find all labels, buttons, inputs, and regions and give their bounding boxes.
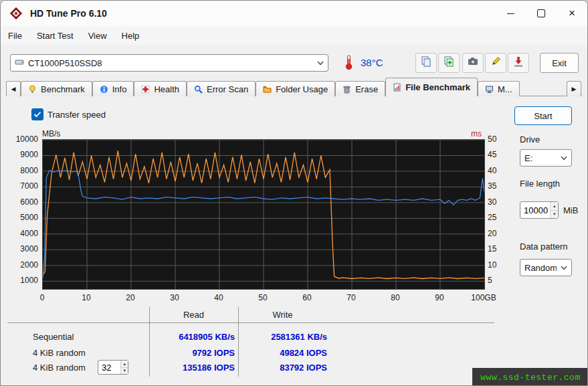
random-qd32-write-value: 83792 IOPS xyxy=(247,363,327,373)
x-axis-tick: 100GB xyxy=(468,293,500,302)
arrow-right-icon: ▶ xyxy=(572,86,577,92)
transfer-speed-checkbox[interactable] xyxy=(31,108,43,120)
tab-scroll-right-button[interactable]: ▶ xyxy=(567,81,581,96)
window-title: HD Tune Pro 6.10 xyxy=(30,8,107,19)
tab-label: Folder Usage xyxy=(276,84,328,94)
y-axis-left-tick: 4000 xyxy=(1,229,38,238)
tab-file-benchmark[interactable]: File Benchmark xyxy=(385,78,478,96)
file-length-spinner: ▲ ▼ xyxy=(550,202,558,218)
chart-plot-area xyxy=(43,140,484,289)
y-axis-left-tick: 10000 xyxy=(1,134,38,144)
search-icon xyxy=(194,85,203,94)
maximize-button[interactable] xyxy=(526,1,557,26)
tab-label: Benchmark xyxy=(41,84,85,94)
result-row-label: Sequential xyxy=(33,332,74,342)
drive-icon xyxy=(15,58,24,68)
report-button[interactable] xyxy=(438,53,460,73)
chevron-down-icon xyxy=(561,266,567,270)
queue-depth-value[interactable] xyxy=(98,361,120,374)
y-axis-left-tick: 5000 xyxy=(1,213,38,222)
target-drive-value: E: xyxy=(524,153,557,163)
read-column-header: Read xyxy=(149,310,238,320)
drive-selector-combo[interactable]: CT1000P510SSD8 xyxy=(10,54,328,72)
tab-strip: ◀ BenchmarkInfoHealthError ScanFolder Us… xyxy=(6,78,520,96)
x-axis-tick: 30 xyxy=(159,293,191,302)
random-read-value: 9792 IOPS xyxy=(155,348,235,358)
temperature-value: 38°C xyxy=(361,57,383,68)
y-axis-left-tick: 7000 xyxy=(1,181,38,191)
tab-folder-usage[interactable]: Folder Usage xyxy=(256,81,335,96)
y-right-unit-label: ms xyxy=(469,129,484,138)
tab-erase[interactable]: Erase xyxy=(335,81,385,96)
minimize-icon xyxy=(507,13,514,14)
close-icon: × xyxy=(569,7,575,20)
menu-item-view[interactable]: View xyxy=(81,28,114,43)
close-button[interactable]: × xyxy=(557,1,587,26)
y-axis-right-tick: 50 xyxy=(488,134,508,144)
file-length-unit-label: MiB xyxy=(563,205,578,215)
data-pattern-combo[interactable]: Random xyxy=(520,259,572,276)
y-axis-right-tick: 20 xyxy=(488,229,508,238)
tab-error-scan[interactable]: Error Scan xyxy=(187,81,256,96)
exit-button[interactable]: Exit xyxy=(540,53,579,73)
tab-health[interactable]: Health xyxy=(134,81,187,96)
color-button[interactable] xyxy=(485,53,506,73)
tab-benchmark[interactable]: Benchmark xyxy=(21,81,92,96)
file-length-input[interactable]: ▲ ▼ xyxy=(520,201,559,219)
y-axis-left-tick: 2000 xyxy=(1,260,38,270)
chevron-down-icon xyxy=(317,61,324,66)
health-icon xyxy=(141,85,150,94)
random-qd32-read-value: 135186 IOPS xyxy=(155,363,235,373)
spin-up-button[interactable]: ▲ xyxy=(551,202,558,210)
y-axis-left-tick: 8000 xyxy=(1,166,38,175)
check-icon xyxy=(33,111,41,118)
chevron-down-icon xyxy=(561,156,567,161)
x-axis-tick: 0 xyxy=(26,293,58,302)
tab-label: M... xyxy=(498,84,512,94)
target-drive-combo[interactable]: E: xyxy=(520,149,572,167)
arrow-left-icon: ◀ xyxy=(11,86,16,92)
info-icon xyxy=(100,85,108,94)
tab-label: File Benchmark xyxy=(405,82,470,92)
maximize-icon xyxy=(537,9,545,17)
x-axis-tick: 20 xyxy=(114,293,146,302)
tab-m[interactable]: M... xyxy=(478,81,520,96)
file-length-value[interactable] xyxy=(520,202,550,218)
y-axis-left-tick: 6000 xyxy=(1,197,38,207)
sequential-read-value: 6418905 KB/s xyxy=(155,332,235,342)
y-axis-right-tick: 5 xyxy=(488,276,508,285)
tab-label: Erase xyxy=(355,84,378,94)
app-logo-icon xyxy=(9,6,23,21)
watermark-banner: www.ssd-tester.com xyxy=(472,368,588,386)
y-axis-right-tick: 25 xyxy=(488,213,508,222)
monitor-icon xyxy=(485,85,494,94)
tab-scroll-left-button[interactable]: ◀ xyxy=(6,81,21,96)
menu-item-start-test[interactable]: Start Test xyxy=(29,28,81,43)
title-bar: HD Tune Pro 6.10 × xyxy=(1,1,587,26)
x-axis-tick: 60 xyxy=(291,293,323,302)
queue-depth-input[interactable]: ▲ ▼ xyxy=(98,360,128,375)
copy-button[interactable] xyxy=(415,53,437,73)
menu-item-file[interactable]: File xyxy=(1,28,29,43)
spin-down-button[interactable]: ▼ xyxy=(121,367,128,375)
result-row-label: 4 KiB random xyxy=(33,348,86,358)
y-axis-right-tick: 15 xyxy=(488,244,508,254)
save-icon xyxy=(512,56,524,70)
save-button[interactable] xyxy=(508,53,529,73)
app-window: HD Tune Pro 6.10 × File Start Test View … xyxy=(0,0,588,386)
start-button[interactable]: Start xyxy=(514,106,572,125)
y-axis-left-tick: 1000 xyxy=(1,276,38,285)
y-axis-right-tick: 10 xyxy=(488,260,508,270)
menu-item-help[interactable]: Help xyxy=(114,28,147,43)
minimize-button[interactable] xyxy=(495,1,526,26)
tab-info[interactable]: Info xyxy=(92,81,134,96)
trash-icon xyxy=(342,85,351,94)
queue-depth-spinner: ▲ ▼ xyxy=(120,361,128,374)
y-axis-left-tick: 3000 xyxy=(1,244,38,254)
camera-button[interactable] xyxy=(462,53,484,73)
spin-down-button[interactable]: ▼ xyxy=(551,210,558,219)
x-axis-tick: 70 xyxy=(335,293,367,302)
bulb-icon xyxy=(28,85,37,94)
result-row-label: 4 KiB random xyxy=(33,363,86,373)
spin-up-button[interactable]: ▲ xyxy=(121,361,128,367)
